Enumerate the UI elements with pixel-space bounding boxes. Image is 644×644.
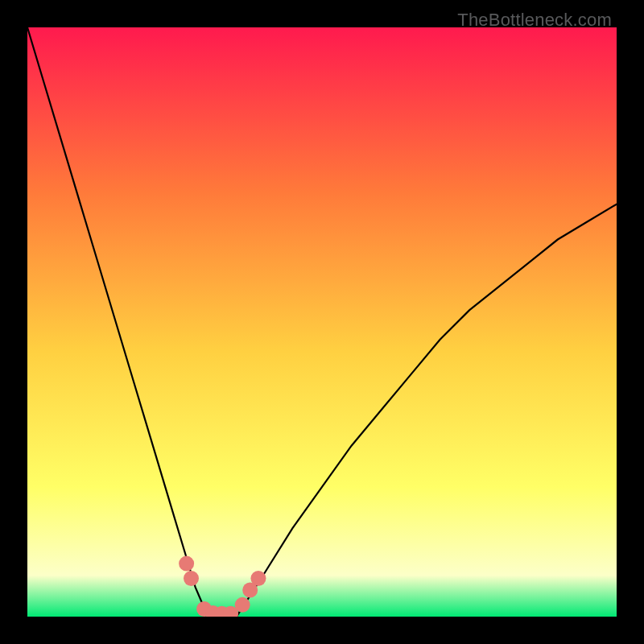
watermark-text: TheBottleneck.com [457, 10, 612, 31]
marker-point [184, 571, 199, 586]
marker-point [179, 556, 194, 572]
marker-point [250, 571, 266, 586]
outer-frame: TheBottleneck.com [0, 0, 644, 644]
bottleneck-chart [27, 27, 617, 617]
marker-point [235, 597, 250, 613]
